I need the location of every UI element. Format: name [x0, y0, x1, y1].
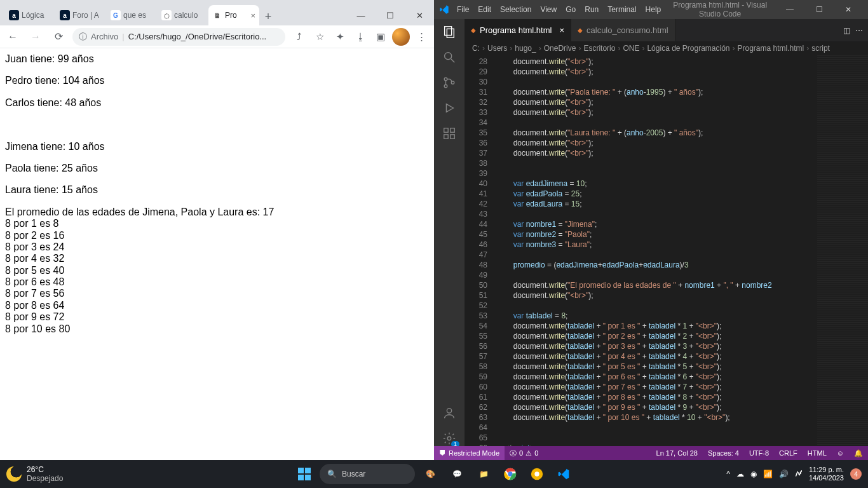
vscode-app-icon[interactable]: [552, 463, 575, 485]
browser-tab[interactable]: Gque es: [107, 5, 158, 25]
share-icon[interactable]: ⤴: [290, 28, 308, 46]
search-icon[interactable]: [442, 50, 457, 65]
maximize-button[interactable]: ☐: [804, 0, 834, 19]
browser-tab[interactable]: aForo | A: [56, 5, 107, 25]
chevron-right-icon: ›: [539, 44, 541, 53]
multiplication-line: 8 por 9 es 72: [5, 311, 429, 323]
code-area[interactable]: document.write("<br>"); document.write("…: [496, 55, 817, 446]
activity-bar: [434, 19, 465, 446]
paint-app-icon[interactable]: 🎨: [419, 463, 442, 485]
chevron-up-icon[interactable]: ^: [726, 470, 730, 478]
taskbar-center: 🔍 Buscar 🎨 💬 📁: [293, 463, 575, 485]
tab-label: calculo_consumo.html: [587, 25, 668, 35]
breadcrumb-item[interactable]: Lógica de Programación: [647, 44, 729, 53]
breadcrumb-item[interactable]: script: [811, 44, 830, 53]
vscode-menu: FileEditSelectionViewGoRunTerminalHelp: [453, 3, 665, 17]
menu-item[interactable]: Go: [562, 3, 580, 17]
problems[interactable]: ⓧ0 ⚠0: [505, 446, 543, 460]
maximize-button[interactable]: ☐: [376, 5, 405, 25]
weather-widget[interactable]: 26°C Despejado: [0, 465, 69, 483]
browser-tab[interactable]: 🗎Pro×: [208, 5, 259, 25]
extensions-icon[interactable]: ✦: [331, 28, 349, 46]
media-icon[interactable]: ▣: [372, 28, 390, 46]
forward-button[interactable]: →: [27, 28, 44, 46]
close-tab-icon[interactable]: ×: [559, 25, 564, 35]
editor-group: ◆Programa html.html×◆calculo_consumo.htm…: [465, 19, 868, 446]
menu-icon[interactable]: ⋮: [412, 28, 430, 46]
account-icon[interactable]: [442, 405, 457, 421]
cursor-position[interactable]: Ln 17, Col 28: [651, 449, 703, 457]
breadcrumb-item[interactable]: OneDrive: [544, 44, 576, 53]
system-tray: ^ ☁ ◉ 📶 🔊 🗲 11:29 p. m. 14/04/2023 4: [720, 466, 868, 482]
menu-item[interactable]: Edit: [474, 3, 495, 17]
average-line: El promedio de las edades de Jimena, Pao…: [5, 207, 429, 218]
minimize-button[interactable]: ―: [775, 0, 804, 19]
minimize-button[interactable]: ―: [346, 5, 376, 25]
multiplication-line: 8 por 4 es 32: [5, 253, 429, 264]
breadcrumb-item[interactable]: Users: [487, 44, 507, 53]
volume-icon[interactable]: 🔊: [779, 470, 789, 478]
search-box[interactable]: 🔍 Buscar: [320, 464, 415, 484]
indentation[interactable]: Spaces: 4: [703, 449, 744, 457]
chrome-titlebar: aLógicaaForo | AGque es◌calculo🗎Pro× + ―…: [0, 0, 434, 25]
multiplication-line: 8 por 2 es 16: [5, 230, 429, 241]
menu-item[interactable]: Terminal: [604, 3, 640, 17]
close-button[interactable]: ✕: [405, 5, 434, 25]
menu-item[interactable]: File: [453, 3, 473, 17]
output-line: Carlos tiene: 48 años: [5, 97, 429, 109]
extensions-icon[interactable]: [442, 126, 457, 141]
run-debug-icon[interactable]: [442, 100, 457, 116]
editor[interactable]: 2829303132333435363738394041424344454647…: [465, 55, 868, 446]
page-url: C:/Users/hugo_/OneDrive/Escritorio...: [128, 32, 266, 41]
back-button[interactable]: ←: [4, 28, 22, 46]
bookmark-icon[interactable]: ☆: [311, 28, 329, 46]
chrome-window-controls: ― ☐ ✕: [346, 5, 434, 25]
settings-icon[interactable]: [442, 431, 457, 446]
close-button[interactable]: ✕: [834, 0, 863, 19]
chrome-app-icon[interactable]: [499, 463, 522, 485]
notification-badge[interactable]: 4: [850, 468, 862, 480]
chrome-canary-icon[interactable]: [526, 463, 548, 485]
menu-item[interactable]: Help: [642, 3, 665, 17]
breadcrumb-item[interactable]: hugo_: [515, 44, 536, 53]
editor-tab[interactable]: ◆Programa html.html×: [465, 19, 571, 41]
browser-tab[interactable]: ◌calculo: [158, 5, 208, 25]
battery-icon[interactable]: 🗲: [795, 470, 803, 478]
breadcrumb-item[interactable]: Programa html.html: [738, 44, 804, 53]
language-mode[interactable]: HTML: [803, 449, 832, 457]
feedback-icon[interactable]: ☺: [832, 449, 849, 457]
notifications-icon[interactable]: 🔔: [849, 449, 868, 458]
editor-tab[interactable]: ◆calculo_consumo.html: [571, 19, 675, 41]
teams-app-icon[interactable]: 💬: [445, 463, 468, 485]
breadcrumb[interactable]: C:›Users›hugo_›OneDrive›Escritorio›ONE›L…: [465, 41, 868, 55]
start-button[interactable]: [293, 463, 316, 485]
menu-item[interactable]: Selection: [496, 3, 535, 17]
address-bar[interactable]: ⓘ Archivo | C:/Users/hugo_/OneDrive/Escr…: [72, 28, 285, 46]
shield-icon: ⛊: [439, 449, 446, 457]
explorer-icon[interactable]: [442, 24, 457, 39]
breadcrumb-item[interactable]: C:: [472, 44, 480, 53]
breadcrumb-item[interactable]: Escritorio: [583, 44, 615, 53]
browser-tab[interactable]: aLógica: [5, 5, 56, 25]
file-explorer-icon[interactable]: 📁: [472, 463, 495, 485]
edge-icon[interactable]: ◉: [750, 470, 757, 478]
error-icon: ⓧ: [510, 449, 517, 458]
wifi-icon[interactable]: 📶: [763, 470, 773, 478]
menu-item[interactable]: Run: [581, 3, 602, 17]
downloads-icon[interactable]: ⭳: [351, 28, 369, 46]
encoding[interactable]: UTF-8: [744, 449, 774, 457]
reload-button[interactable]: ⟳: [50, 28, 67, 46]
new-tab-button[interactable]: +: [259, 8, 277, 25]
clock[interactable]: 11:29 p. m. 14/04/2023: [809, 466, 844, 482]
profile-avatar[interactable]: [392, 28, 410, 46]
source-control-icon[interactable]: [442, 75, 457, 90]
breadcrumb-item[interactable]: ONE: [623, 44, 639, 53]
minimap[interactable]: [817, 55, 868, 446]
more-actions-icon[interactable]: ⋯: [855, 26, 863, 35]
close-tab-icon[interactable]: ×: [250, 11, 255, 20]
menu-item[interactable]: View: [536, 3, 560, 17]
eol[interactable]: CRLF: [774, 449, 803, 457]
split-editor-icon[interactable]: ◫: [843, 26, 850, 35]
restricted-mode[interactable]: ⛊ Restricted Mode: [434, 446, 505, 460]
onedrive-icon[interactable]: ☁: [736, 470, 744, 478]
